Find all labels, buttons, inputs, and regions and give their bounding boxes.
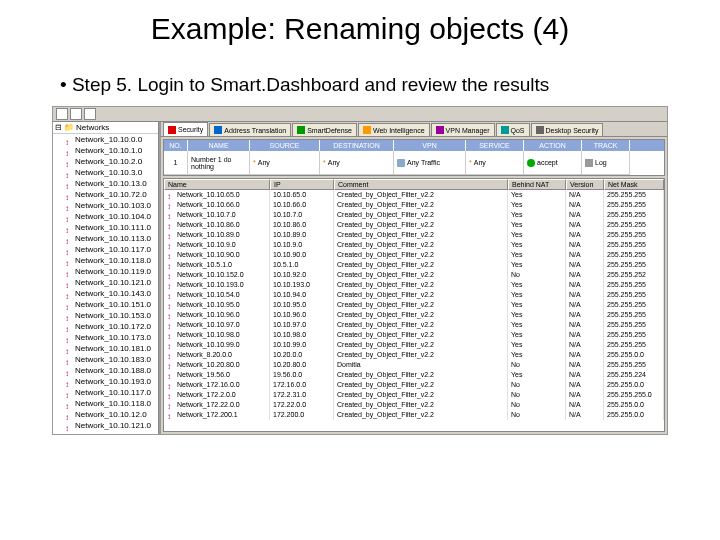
grid-row[interactable]: Network_10.10.98.010.10.98.0Created_by_O… xyxy=(164,330,664,340)
tool-icon[interactable] xyxy=(70,108,82,120)
network-icon xyxy=(167,382,175,388)
gcol-nat[interactable]: Behind NAT xyxy=(508,179,566,190)
rule-vpn[interactable]: Any Traffic xyxy=(394,151,466,175)
tree-item[interactable]: Network_10.10.151.0 xyxy=(53,299,158,310)
grid-row[interactable]: Network_10.10.96.010.10.96.0Created_by_O… xyxy=(164,310,664,320)
tab-address-translation[interactable]: Address Translation xyxy=(209,123,291,136)
collapse-icon[interactable]: ⊟ xyxy=(55,123,62,132)
grid-row[interactable]: Network_10.10.86.010.10.86.0Created_by_O… xyxy=(164,220,664,230)
tree-item[interactable]: Network_10.10.188.0 xyxy=(53,365,158,376)
network-icon xyxy=(167,352,175,358)
cell-mask: 255.255.255 xyxy=(604,340,664,350)
cell-nat: Yes xyxy=(508,230,566,240)
grid-row[interactable]: Network_10.5.1.010.5.1.0Created_by_Objec… xyxy=(164,260,664,270)
rule-destination[interactable]: *Any xyxy=(320,151,394,175)
gcol-version[interactable]: Version xyxy=(566,179,604,190)
any-icon: * xyxy=(469,159,472,166)
grid-row[interactable]: Network_10.10.66.010.10.66.0Created_by_O… xyxy=(164,200,664,210)
network-icon xyxy=(167,322,175,328)
rule-service[interactable]: *Any xyxy=(466,151,524,175)
rule-row[interactable]: 1 Number 1 do nothing *Any *Any Any Traf… xyxy=(164,151,664,175)
grid-row[interactable]: Network_10.10.99.010.10.99.0Created_by_O… xyxy=(164,340,664,350)
tab-desktop-security[interactable]: Desktop Security xyxy=(531,123,604,136)
tree-item[interactable]: Network_10.10.0.0 xyxy=(53,134,158,145)
grid-row[interactable]: Network_10.10.193.010.10.193.0Created_by… xyxy=(164,280,664,290)
tree-item[interactable]: Network_10.10.118.0 xyxy=(53,398,158,409)
cell-ip: 10.20.80.0 xyxy=(270,360,334,370)
grid-row[interactable]: Network_172.200.1172.200.0Created_by_Obj… xyxy=(164,410,664,420)
smartdashboard-window: ⊟ 📁 Networks Network_10.10.0.0Network_10… xyxy=(52,106,668,435)
grid-row[interactable]: Network_172.2.0.0172.2.31.0Created_by_Ob… xyxy=(164,390,664,400)
tree-item[interactable]: Network_10.10.3.0 xyxy=(53,167,158,178)
cell-mask: 255.255.255 xyxy=(604,200,664,210)
tree-item[interactable]: Network_10.10.173.0 xyxy=(53,332,158,343)
tree-item[interactable]: Network_10.10.104.0 xyxy=(53,211,158,222)
gcol-mask[interactable]: Net Mask xyxy=(604,179,664,190)
grid-row[interactable]: Network_172.16.0.0172.16.0.0Created_by_O… xyxy=(164,380,664,390)
tree-item[interactable]: Network_10.10.118.0 xyxy=(53,255,158,266)
grid-row[interactable]: Network_10.10.152.010.10.92.0Created_by_… xyxy=(164,270,664,280)
tree-item[interactable]: Network_10.10.1.0 xyxy=(53,145,158,156)
grid-row[interactable]: Network_10.20.80.010.20.80.0DomitiaNoN/A… xyxy=(164,360,664,370)
cell-name: Network_10.10.7.0 xyxy=(177,210,236,220)
grid-row[interactable]: Network_10.10.97.010.10.97.0Created_by_O… xyxy=(164,320,664,330)
tab-smartdefense[interactable]: SmartDefense xyxy=(292,123,357,136)
grid-row[interactable]: Network_10.10.90.010.10.90.0Created_by_O… xyxy=(164,250,664,260)
tree-item[interactable]: Network_10.10.113.0 xyxy=(53,233,158,244)
tree-item[interactable]: Network_10.10.72.0 xyxy=(53,189,158,200)
cell-ip: 10.10.98.0 xyxy=(270,330,334,340)
cell-name: Network_8.20.0.0 xyxy=(177,350,232,360)
tree-item[interactable]: Network_10.10.153.0 xyxy=(53,310,158,321)
tree-item[interactable]: Network_10.10.103.0 xyxy=(53,200,158,211)
tree-item[interactable]: Network_10.10.2.0 xyxy=(53,156,158,167)
tree-item[interactable]: Network_10.10.172.0 xyxy=(53,321,158,332)
tab-security[interactable]: Security xyxy=(163,122,208,136)
tree-item[interactable]: Network_10.10.183.0 xyxy=(53,354,158,365)
grid-row[interactable]: Network_10.10.95.010.10.95.0Created_by_O… xyxy=(164,300,664,310)
tree-item[interactable]: Network_10.10.119.0 xyxy=(53,266,158,277)
tree-item-label: Network_10.10.1.0 xyxy=(75,145,142,156)
tree-item[interactable]: Network_10.10.181.0 xyxy=(53,343,158,354)
cell-name: Network_10.10.99.0 xyxy=(177,340,240,350)
cell-mask: 255.255.255 xyxy=(604,250,664,260)
network-icon xyxy=(65,192,73,198)
tree-item[interactable]: Network_10.10.143.0 xyxy=(53,288,158,299)
cell-comment: Created_by_Object_Filter_v2.2 xyxy=(334,370,508,380)
tab-vpn-manager[interactable]: VPN Manager xyxy=(431,123,495,136)
grid-row[interactable]: Network_10.10.54.010.10.94.0Created_by_O… xyxy=(164,290,664,300)
tree-item[interactable]: Network_10.10.12.0 xyxy=(53,409,158,420)
cell-mask: 255.255.0.0 xyxy=(604,350,664,360)
tree-item[interactable]: Network_10.10.193.0 xyxy=(53,376,158,387)
grid-row[interactable]: Network_10.10.65.010.10.65.0Created_by_O… xyxy=(164,190,664,200)
grid-row[interactable]: Network_10.10.9.010.10.9.0Created_by_Obj… xyxy=(164,240,664,250)
gcol-comment[interactable]: Comment xyxy=(334,179,508,190)
rule-track[interactable]: Log xyxy=(582,151,630,175)
tree-item[interactable]: Network_10.10.117.0 xyxy=(53,244,158,255)
tab-qos[interactable]: QoS xyxy=(496,123,530,136)
gcol-name[interactable]: Name xyxy=(164,179,270,190)
rule-action[interactable]: accept xyxy=(524,151,582,175)
grid-row[interactable]: Network_19.56.019.56.0.0Created_by_Objec… xyxy=(164,370,664,380)
grid-row[interactable]: Network_8.20.0.010.20.0.0Created_by_Obje… xyxy=(164,350,664,360)
tree-item[interactable]: Network_10.10.13.0 xyxy=(53,178,158,189)
tool-icon[interactable] xyxy=(84,108,96,120)
tab-web-intelligence[interactable]: Web Intelligence xyxy=(358,123,430,136)
cell-version: N/A xyxy=(566,220,604,230)
network-icon xyxy=(65,203,73,209)
tree-header[interactable]: ⊟ 📁 Networks xyxy=(53,122,158,134)
tool-icon[interactable] xyxy=(56,108,68,120)
cell-name: Network_19.56.0 xyxy=(177,370,230,380)
tree-item[interactable]: Network_10.10.121.0 xyxy=(53,420,158,431)
tree-item[interactable]: Network_10.10.111.0 xyxy=(53,222,158,233)
grid-row[interactable]: Network_172.22.0.0172.22.0.0Created_by_O… xyxy=(164,400,664,410)
tree-item[interactable]: Network_10.10.117.0 xyxy=(53,387,158,398)
grid-row[interactable]: Network_10.10.89.010.10.89.0Created_by_O… xyxy=(164,230,664,240)
rule-source[interactable]: *Any xyxy=(250,151,320,175)
network-icon xyxy=(65,302,73,308)
gcol-ip[interactable]: IP xyxy=(270,179,334,190)
network-icon xyxy=(167,332,175,338)
tree-item[interactable]: Network_10.10.121.0 xyxy=(53,277,158,288)
grid-row[interactable]: Network_10.10.7.010.10.7.0Created_by_Obj… xyxy=(164,210,664,220)
tab-label: Desktop Security xyxy=(546,127,599,134)
col-track: TRACK xyxy=(582,140,630,151)
